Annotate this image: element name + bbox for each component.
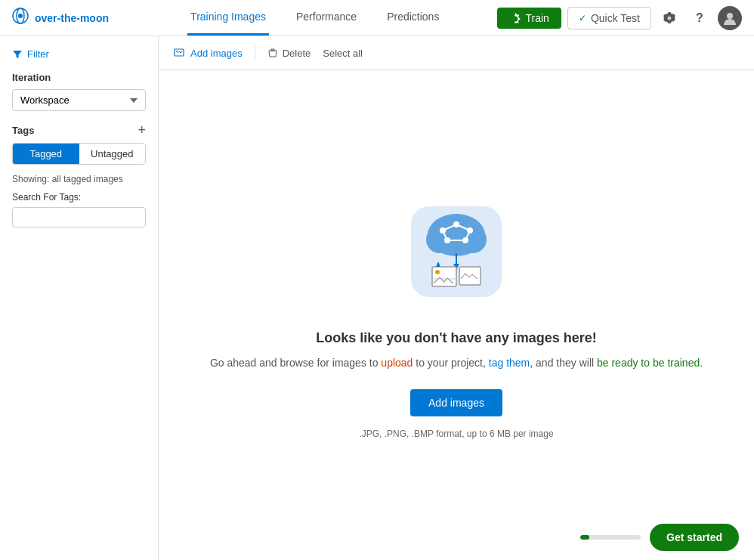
tags-toggle: Tagged Untagged bbox=[12, 143, 146, 165]
settings-button[interactable] bbox=[657, 6, 681, 30]
svg-rect-25 bbox=[459, 267, 481, 285]
delete-label: Delete bbox=[283, 48, 311, 59]
format-note: .JPG, .PNG, .BMP format, up to 6 MB per … bbox=[359, 429, 553, 439]
gear-icon bbox=[509, 12, 521, 24]
page-layout: Filter Iteration Workspace Tags + Tagged… bbox=[0, 36, 754, 560]
tagged-button[interactable]: Tagged bbox=[13, 144, 79, 164]
train-label: Train bbox=[526, 12, 549, 24]
tags-label: Tags bbox=[12, 125, 34, 136]
train-button[interactable]: Train bbox=[497, 8, 561, 29]
tags-header: Tags + bbox=[12, 123, 146, 137]
iteration-label: Iteration bbox=[12, 72, 146, 83]
highlight-train: be ready to be trained bbox=[597, 357, 700, 369]
svg-rect-4 bbox=[175, 49, 184, 56]
svg-point-3 bbox=[727, 13, 733, 19]
empty-add-images-button[interactable]: Add images bbox=[410, 389, 502, 416]
svg-point-5 bbox=[176, 51, 178, 52]
main-nav: Training Images Performance Predictions bbox=[133, 0, 497, 36]
delete-icon bbox=[267, 48, 278, 58]
add-images-icon bbox=[174, 47, 186, 59]
progress-bar-fill bbox=[580, 535, 589, 540]
nav-predictions[interactable]: Predictions bbox=[384, 0, 442, 36]
nav-performance[interactable]: Performance bbox=[293, 0, 360, 36]
logo-icon bbox=[12, 8, 29, 28]
add-images-button[interactable]: Add images bbox=[174, 44, 243, 62]
filter-label: Filter bbox=[27, 48, 49, 60]
main-content: Add images Delete Select all bbox=[159, 36, 754, 560]
logo-area: over-the-moon bbox=[12, 8, 133, 28]
quick-test-button[interactable]: ✓ Quick Test bbox=[567, 7, 651, 29]
help-button[interactable]: ? bbox=[688, 6, 712, 30]
avatar-icon bbox=[722, 11, 737, 26]
delete-button[interactable]: Delete bbox=[267, 45, 311, 62]
help-icon: ? bbox=[696, 11, 703, 25]
bottom-bar: Get started bbox=[565, 515, 754, 560]
empty-title: Looks like you don't have any images her… bbox=[316, 330, 596, 346]
project-title: over-the-moon bbox=[35, 12, 109, 24]
filter-button[interactable]: Filter bbox=[12, 48, 146, 60]
empty-illustration bbox=[396, 191, 517, 312]
empty-description: Go ahead and browse for images to upload… bbox=[210, 355, 703, 371]
empty-state: Looks like you don't have any images her… bbox=[159, 70, 754, 560]
highlight-tag: tag them bbox=[489, 357, 530, 369]
filter-icon bbox=[12, 49, 23, 60]
iteration-dropdown[interactable]: Workspace bbox=[12, 89, 146, 111]
progress-bar-container bbox=[580, 535, 641, 540]
svg-point-23 bbox=[435, 270, 440, 274]
user-avatar[interactable] bbox=[718, 6, 742, 30]
svg-point-2 bbox=[18, 14, 23, 18]
app-header: over-the-moon Training Images Performanc… bbox=[0, 0, 754, 36]
nav-training-images[interactable]: Training Images bbox=[187, 0, 269, 36]
content-toolbar: Add images Delete Select all bbox=[159, 36, 754, 70]
header-actions: Train ✓ Quick Test ? bbox=[497, 6, 743, 30]
settings-icon bbox=[663, 11, 676, 25]
search-tags-label: Search For Tags: bbox=[12, 192, 146, 203]
highlight-upload: upload bbox=[381, 357, 413, 369]
checkmark-icon: ✓ bbox=[579, 13, 586, 23]
showing-label: Showing: all tagged images bbox=[12, 174, 146, 184]
sidebar: Filter Iteration Workspace Tags + Tagged… bbox=[0, 36, 159, 560]
search-tags-input[interactable] bbox=[12, 207, 146, 227]
svg-rect-22 bbox=[432, 267, 456, 286]
add-tag-button[interactable]: + bbox=[138, 123, 146, 137]
toolbar-divider-1 bbox=[255, 45, 255, 60]
add-images-label: Add images bbox=[190, 48, 243, 59]
select-all-button[interactable]: Select all bbox=[323, 45, 363, 62]
quick-test-label: Quick Test bbox=[591, 12, 640, 24]
get-started-button[interactable]: Get started bbox=[650, 524, 739, 551]
untagged-button[interactable]: Untagged bbox=[79, 144, 146, 164]
